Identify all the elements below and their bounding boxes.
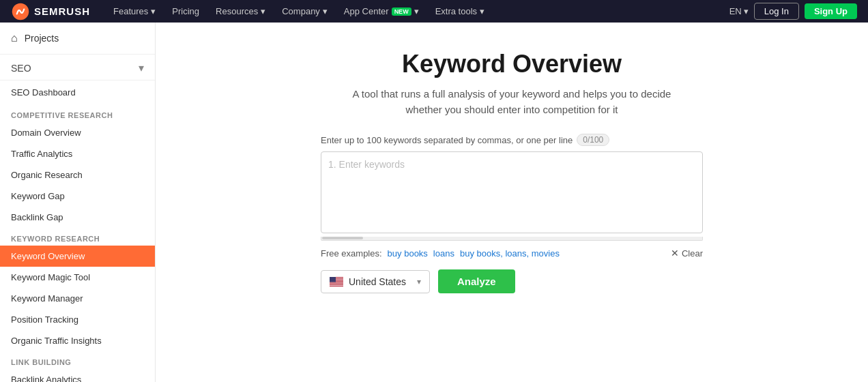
clear-button[interactable]: ✕ Clear: [671, 248, 703, 259]
sidebar-item-traffic-analytics[interactable]: Traffic Analytics: [0, 143, 155, 164]
sidebar-item-organic-research[interactable]: Organic Research: [0, 164, 155, 186]
sidebar-item-keyword-overview[interactable]: Keyword Overview: [0, 246, 155, 267]
analyze-button[interactable]: Analyze: [438, 269, 515, 293]
sidebar-item-keyword-gap[interactable]: Keyword Gap: [0, 186, 155, 207]
close-icon: ✕: [671, 248, 679, 259]
login-button[interactable]: Log In: [754, 3, 799, 20]
home-icon: ⌂: [11, 32, 18, 44]
nav-resources[interactable]: Resources ▾: [209, 3, 272, 19]
nav-right: EN ▾ Log In Sign Up: [729, 3, 857, 20]
bottom-row: United States ▾ Analyze: [321, 269, 703, 293]
nav-appcenter[interactable]: App Center NEW ▾: [337, 3, 426, 19]
input-label-row: Enter up to 100 keywords separated by co…: [321, 134, 703, 146]
language-selector[interactable]: EN ▾: [729, 6, 749, 16]
svg-rect-12: [330, 284, 343, 285]
svg-rect-10: [330, 283, 343, 284]
sidebar-item-keyword-magic[interactable]: Keyword Magic Tool: [0, 267, 155, 288]
sidebar-item-seo-dashboard[interactable]: SEO Dashboard: [0, 80, 155, 104]
keyword-form: Enter up to 100 keywords separated by co…: [321, 134, 703, 293]
svg-rect-11: [330, 284, 343, 284]
chevron-down-icon: ▾: [323, 6, 328, 16]
nav-features[interactable]: Features ▾: [106, 3, 162, 19]
sidebar-item-organic-traffic-insights[interactable]: Organic Traffic Insights: [0, 330, 155, 351]
chevron-down-icon: ▾: [151, 6, 156, 16]
chevron-down-icon: ▾: [744, 6, 749, 16]
content-area: Keyword Overview A tool that runs a full…: [156, 23, 868, 382]
example-link-1[interactable]: buy books: [388, 248, 428, 259]
country-label: United States: [349, 276, 406, 287]
sidebar: ⌂ Projects SEO ▾ SEO Dashboard COMPETITI…: [0, 23, 156, 382]
keyword-textarea[interactable]: [321, 151, 703, 233]
logo-text: SEMRUSH: [34, 5, 90, 17]
nav-pricing[interactable]: Pricing: [165, 3, 206, 19]
free-examples-row: Free examples: buy books loans buy books…: [321, 248, 703, 259]
svg-rect-8: [330, 282, 343, 282]
sidebar-item-backlink-analytics[interactable]: Backlink Analytics: [0, 369, 155, 382]
svg-rect-9: [330, 282, 343, 283]
top-nav: SEMRUSH Features ▾ Pricing Resources ▾ C…: [0, 0, 868, 23]
free-examples-label: Free examples:: [321, 248, 382, 259]
chevron-down-icon: ▾: [139, 61, 144, 74]
scrollbar-thumb: [322, 237, 363, 239]
scrollbar-track[interactable]: [321, 237, 703, 241]
sidebar-category-competitive: COMPETITIVE RESEARCH: [0, 104, 155, 122]
nav-links: Features ▾ Pricing Resources ▾ Company ▾…: [106, 3, 729, 19]
us-flag-icon: [330, 277, 343, 286]
page-subtitle: A tool that runs a full analysis of your…: [334, 87, 689, 117]
sidebar-item-position-tracking[interactable]: Position Tracking: [0, 309, 155, 330]
sidebar-seo-section[interactable]: SEO ▾: [0, 55, 155, 80]
example-link-2[interactable]: loans: [433, 248, 454, 259]
chevron-down-icon: ▾: [417, 277, 421, 286]
svg-rect-13: [330, 285, 343, 286]
keyword-counter: 0/100: [577, 134, 609, 146]
example-link-3[interactable]: buy books, loans, movies: [460, 248, 560, 259]
sidebar-category-linkbuilding: LINK BUILDING: [0, 351, 155, 369]
country-selector[interactable]: United States ▾: [321, 270, 430, 293]
new-badge: NEW: [392, 8, 411, 16]
chevron-down-icon: ▾: [261, 6, 265, 16]
sidebar-item-backlink-gap[interactable]: Backlink Gap: [0, 207, 155, 228]
chevron-down-icon: ▾: [480, 6, 484, 16]
sidebar-category-keyword: KEYWORD RESEARCH: [0, 228, 155, 246]
sidebar-item-projects[interactable]: ⌂ Projects: [0, 23, 155, 55]
chevron-down-icon: ▾: [414, 6, 419, 16]
signup-button[interactable]: Sign Up: [805, 3, 857, 19]
svg-rect-14: [330, 277, 336, 282]
nav-company[interactable]: Company ▾: [275, 3, 334, 19]
page-title: Keyword Overview: [402, 50, 622, 78]
main-layout: ⌂ Projects SEO ▾ SEO Dashboard COMPETITI…: [0, 23, 868, 382]
logo[interactable]: SEMRUSH: [11, 2, 90, 21]
nav-extratools[interactable]: Extra tools ▾: [429, 3, 491, 19]
sidebar-item-keyword-manager[interactable]: Keyword Manager: [0, 288, 155, 309]
sidebar-item-domain-overview[interactable]: Domain Overview: [0, 122, 155, 143]
